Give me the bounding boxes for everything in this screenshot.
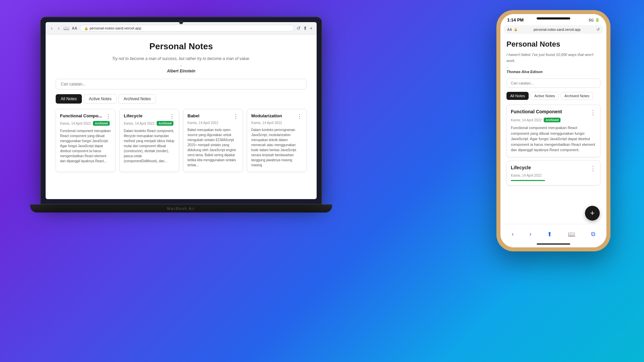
phone-reload-button[interactable]: ↺ — [596, 27, 600, 32]
note-card: Functional Compo... ⋮ Kamis, 14 April 20… — [56, 109, 115, 172]
quote-dash: - — [56, 63, 307, 68]
active-notes-tab[interactable]: Active Notes — [84, 94, 116, 104]
phone-device: 1:14 PM 5G 🔋 AA 🔒 personal-notes-sand.ve… — [496, 10, 610, 251]
bookmarks-icon[interactable]: 📖 — [63, 25, 69, 31]
reload-button[interactable]: ↺ — [297, 25, 301, 31]
phone-frame: 1:14 PM 5G 🔋 AA 🔒 personal-notes-sand.ve… — [496, 10, 610, 251]
phone-tabs-icon[interactable]: ⧉ — [591, 231, 595, 238]
lock-icon: 🔒 — [84, 26, 88, 30]
archived-notes-tab[interactable]: Archived Notes — [118, 94, 156, 104]
phone-status-icons: 5G 🔋 — [589, 18, 600, 22]
note-meta: Kamis, 14 April 2022 — [251, 121, 302, 125]
note-title: Modularization — [251, 113, 282, 118]
phone-note-header: Lifecycle ⋮ — [511, 165, 596, 172]
phone-share-icon[interactable]: ⬆ — [547, 231, 552, 238]
note-date: Kamis, 14 April 2022 — [60, 122, 91, 125]
note-title: Lifecycle — [124, 113, 143, 118]
new-tab-button[interactable]: + — [310, 25, 313, 31]
phone-note-title: Lifecycle — [511, 165, 531, 170]
phone-quote: I haven't failed. I've just found 10,000… — [506, 52, 600, 64]
back-button[interactable]: ‹ — [50, 25, 54, 32]
phone-quote-author: Thomas Alva Edison — [506, 70, 600, 74]
phone-home-indicator — [537, 243, 570, 245]
phone-time: 1:14 PM — [507, 17, 524, 22]
phone-note-badge: Archived — [544, 118, 561, 122]
phone-note-meta: Kamis, 14 April 2022 Archived — [511, 118, 596, 122]
fab-add-button[interactable]: + — [585, 206, 600, 221]
phone-note-accent-bar — [511, 180, 545, 181]
phone-note-meta: Kamis, 14 April 2022 — [511, 174, 596, 177]
page-title: Personal Notes — [56, 41, 307, 52]
laptop-device: ‹ › 📖 AA 🔒 personal-notes-sand.vercel.ap… — [40, 17, 329, 225]
note-menu-icon[interactable]: ⋮ — [233, 113, 238, 120]
note-menu-icon[interactable]: ⋮ — [106, 113, 111, 120]
note-card-header: Lifecycle ⋮ — [124, 113, 175, 120]
phone-note-header: Functional Component ⋮ — [511, 109, 596, 116]
laptop-page-content: Personal Notes Try not to become a man o… — [46, 35, 317, 197]
filter-tabs: All Notes Active Notes Archived Notes — [56, 94, 307, 104]
phone-url-text[interactable]: personal-notes-sand.vercel.app — [520, 28, 594, 32]
phone-page-content: Personal Notes I haven't failed. I've ju… — [500, 35, 606, 235]
note-title: Functional Compo... — [60, 113, 102, 118]
url-text: personal-notes-sand.vercel.app — [90, 26, 141, 30]
phone-filter-tabs: All Notes Active Notes Archived Notes — [506, 92, 600, 100]
phone-note-date: Kamis, 14 April 2022 — [511, 118, 542, 122]
note-body: Dalam konteks React component, lifecycle… — [124, 128, 175, 164]
share-button[interactable]: ⬆ — [303, 25, 307, 31]
phone-browser-bar: AA 🔒 personal-notes-sand.vercel.app ↺ — [504, 25, 603, 34]
battery-icon: 🔋 — [595, 18, 600, 22]
note-card-header: Babel ⋮ — [187, 113, 238, 120]
note-title: Babel — [187, 113, 199, 118]
phone-note-card: Functional Component ⋮ Kamis, 14 April 2… — [506, 105, 600, 157]
phone-note-menu-icon[interactable]: ⋮ — [590, 109, 596, 116]
note-date: Kamis, 14 April 2022 — [187, 121, 218, 125]
laptop-frame: ‹ › 📖 AA 🔒 personal-notes-sand.vercel.ap… — [40, 17, 322, 204]
search-input[interactable] — [56, 79, 307, 89]
phone-active-notes-tab[interactable]: Active Notes — [531, 92, 559, 100]
note-card-header: Functional Compo... ⋮ — [60, 113, 111, 120]
laptop-screen: ‹ › 📖 AA 🔒 personal-notes-sand.vercel.ap… — [46, 22, 317, 199]
phone-bookmarks-icon[interactable]: 📖 — [568, 231, 575, 238]
phone-archived-notes-tab[interactable]: Archived Notes — [561, 92, 593, 100]
page-quote: Try not to become a man of success, but … — [56, 56, 307, 62]
phone-quote-dash: - — [506, 65, 600, 69]
note-menu-icon[interactable]: ⋮ — [169, 113, 175, 120]
note-badge: Archived — [157, 121, 174, 126]
phone-aa-button[interactable]: AA — [507, 28, 512, 32]
phone-dynamic-island — [537, 17, 570, 19]
all-notes-tab[interactable]: All Notes — [56, 94, 82, 104]
phone-forward-icon[interactable]: › — [529, 231, 531, 238]
note-meta: Kamis, 14 April 2022 Archived — [124, 121, 175, 126]
phone-back-icon[interactable]: ‹ — [512, 231, 514, 238]
note-meta: Kamis, 14 April 2022 Archived — [60, 121, 111, 126]
note-menu-icon[interactable]: ⋮ — [297, 113, 302, 120]
laptop-base: MacBook Air — [30, 204, 332, 213]
laptop-brand-label: MacBook Air — [167, 206, 195, 210]
note-card: Babel ⋮ Kamis, 14 April 2022 Babel merup… — [183, 109, 243, 172]
forward-button[interactable]: › — [57, 25, 61, 32]
phone-search-input[interactable] — [506, 78, 600, 88]
url-bar[interactable]: 🔒 personal-notes-sand.vercel.app — [80, 25, 294, 32]
phone-note-menu-icon[interactable]: ⋮ — [590, 165, 596, 172]
note-body: Functional component merupakan React com… — [60, 128, 111, 164]
phone-screen: 1:14 PM 5G 🔋 AA 🔒 personal-notes-sand.ve… — [500, 14, 606, 247]
phone-note-title: Functional Component — [511, 109, 562, 114]
note-date: Kamis, 14 April 2022 — [124, 122, 155, 125]
note-meta: Kamis, 14 April 2022 — [187, 121, 238, 125]
phone-page-title: Personal Notes — [506, 40, 600, 49]
phone-all-notes-tab[interactable]: All Notes — [506, 92, 529, 100]
aa-button[interactable]: AA — [72, 26, 77, 30]
note-body: Dalam konteks pemrograman JavaScript, mo… — [251, 127, 302, 168]
note-card-header: Modularization ⋮ — [251, 113, 302, 120]
notes-grid: Functional Compo... ⋮ Kamis, 14 April 20… — [56, 109, 307, 172]
laptop-camera — [179, 20, 183, 24]
signal-icon: 5G — [589, 18, 594, 22]
phone-note-date: Kamis, 14 April 2022 — [511, 174, 542, 177]
quote-author: Albert Einstein — [56, 69, 307, 73]
phone-note-body: Functional component merupakan React com… — [511, 125, 596, 153]
phone-note-card: Lifecycle ⋮ Kamis, 14 April 2022 — [506, 161, 600, 185]
note-body: Babel merupakan tools open-source yang d… — [187, 127, 238, 168]
note-card: Modularization ⋮ Kamis, 14 April 2022 Da… — [247, 109, 307, 172]
note-date: Kamis, 14 April 2022 — [251, 121, 282, 125]
note-card: Lifecycle ⋮ Kamis, 14 April 2022 Archive… — [119, 109, 179, 172]
